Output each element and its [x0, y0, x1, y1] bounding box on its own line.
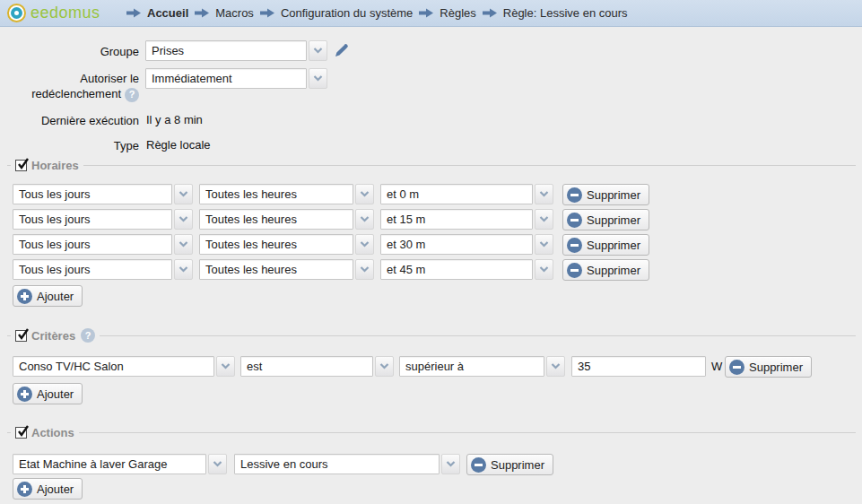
- chevron-down-icon: [441, 454, 460, 474]
- criteres-title: Critères: [31, 329, 75, 343]
- chevron-down-icon: [535, 234, 553, 255]
- criteres-legend: Critères ?: [11, 328, 100, 343]
- chevron-down-icon: [355, 234, 374, 255]
- horaires-legend: Horaires: [11, 159, 83, 172]
- horaires-hour-select[interactable]: Toutes les heures: [199, 259, 374, 280]
- horaires-minute-select[interactable]: et 15 m: [380, 209, 553, 230]
- breadcrumb-regles[interactable]: Règles: [440, 6, 475, 20]
- horaires-minute-select[interactable]: et 45 m: [380, 259, 553, 280]
- action-state-select[interactable]: Lessive en cours: [234, 454, 460, 474]
- breadcrumb-configuration[interactable]: Configuration du système: [281, 6, 413, 20]
- breadcrumb-arrow-icon: [126, 8, 141, 18]
- autoriser-select[interactable]: Immédiatement: [145, 68, 327, 89]
- groupe-label: Groupe: [0, 44, 139, 59]
- chevron-down-icon: [174, 209, 193, 230]
- criteres-fieldset: Critères ?: [7, 328, 856, 343]
- plus-icon: [17, 289, 32, 304]
- logo-text: eedomus: [30, 4, 100, 22]
- chevron-down-icon: [535, 259, 553, 280]
- criteres-checkbox[interactable]: [15, 330, 27, 342]
- minus-icon: [567, 213, 582, 228]
- horaires-fieldset: Horaires: [7, 159, 856, 172]
- horaires-day-select[interactable]: Tous les jours: [13, 234, 193, 255]
- critere-device-select[interactable]: Conso TV/HC Salon: [13, 356, 235, 377]
- chevron-down-icon: [208, 454, 227, 474]
- breadcrumb-arrow-icon: [260, 8, 274, 18]
- chevron-down-icon: [546, 356, 565, 377]
- groupe-select-value: Prises: [145, 40, 307, 61]
- eedomus-logo[interactable]: eedomus: [7, 4, 119, 22]
- header-bar: eedomus Accueil Macros Configuration du …: [0, 0, 862, 27]
- minus-icon: [567, 263, 582, 278]
- chevron-down-icon: [355, 184, 374, 204]
- supprimer-button[interactable]: Supprimer: [466, 454, 553, 475]
- horaires-day-select[interactable]: Tous les jours: [13, 259, 193, 280]
- derniere-execution-label: Dernière exécution: [0, 113, 139, 128]
- horaires-hour-select[interactable]: Toutes les heures: [199, 234, 374, 255]
- actions-fieldset: Actions: [7, 426, 856, 439]
- chevron-down-icon: [355, 209, 374, 230]
- breadcrumb-macros[interactable]: Macros: [215, 6, 254, 20]
- breadcrumb-arrow-icon: [195, 8, 209, 18]
- critere-unit-label: W: [711, 360, 722, 373]
- help-icon[interactable]: ?: [125, 88, 139, 102]
- horaires-hour-select[interactable]: Toutes les heures: [199, 209, 374, 230]
- chevron-down-icon: [375, 356, 394, 377]
- groupe-select[interactable]: Prises: [145, 40, 327, 61]
- minus-icon: [567, 238, 582, 253]
- chevron-down-icon: [309, 68, 327, 89]
- horaires-hour-select[interactable]: Toutes les heures: [199, 184, 374, 204]
- horaires-minute-select[interactable]: et 30 m: [380, 234, 553, 255]
- derniere-execution-value: Il y a 8 min: [146, 113, 203, 126]
- actions-legend: Actions: [11, 426, 79, 439]
- type-value: Règle locale: [146, 138, 211, 152]
- breadcrumb-accueil[interactable]: Accueil: [147, 6, 188, 20]
- horaires-day-select[interactable]: Tous les jours: [13, 209, 193, 230]
- type-label: Type: [0, 138, 139, 153]
- chevron-down-icon: [174, 234, 193, 255]
- minus-icon: [567, 187, 582, 203]
- horaires-title: Horaires: [31, 159, 79, 172]
- actions-checkbox[interactable]: [15, 427, 27, 439]
- edit-group-pencil-icon[interactable]: [333, 40, 350, 62]
- rule-config-page: eedomus Accueil Macros Configuration du …: [0, 0, 862, 504]
- supprimer-button[interactable]: Supprimer: [562, 234, 649, 256]
- autoriser-label: Autoriser le redéclenchement?: [0, 71, 139, 102]
- horaires-minute-select[interactable]: et 0 m: [380, 184, 553, 204]
- supprimer-button[interactable]: Supprimer: [562, 184, 649, 205]
- actions-title: Actions: [31, 426, 74, 439]
- critere-comparator-select[interactable]: supérieur à: [399, 356, 565, 377]
- supprimer-button[interactable]: Supprimer: [562, 259, 649, 281]
- chevron-down-icon: [216, 356, 235, 377]
- minus-icon: [471, 457, 486, 473]
- autoriser-select-value: Immédiatement: [145, 68, 307, 89]
- breadcrumb: Accueil Macros Configuration du système …: [126, 6, 628, 20]
- critere-value-input[interactable]: [571, 356, 706, 377]
- ajouter-button[interactable]: Ajouter: [13, 285, 83, 307]
- chevron-down-icon: [355, 259, 374, 280]
- breadcrumb-regle-lessive[interactable]: Règle: Lessive en cours: [503, 6, 628, 20]
- supprimer-button[interactable]: Supprimer: [562, 209, 649, 230]
- chevron-down-icon: [535, 184, 553, 204]
- chevron-down-icon: [309, 40, 327, 61]
- help-icon[interactable]: ?: [81, 328, 95, 343]
- plus-icon: [17, 482, 32, 497]
- chevron-down-icon: [174, 184, 193, 204]
- eedomus-logo-icon: [7, 4, 26, 22]
- horaires-day-select[interactable]: Tous les jours: [13, 184, 193, 204]
- breadcrumb-arrow-icon: [483, 8, 497, 18]
- chevron-down-icon: [174, 259, 193, 280]
- breadcrumb-arrow-icon: [419, 8, 433, 18]
- supprimer-button[interactable]: Supprimer: [725, 356, 812, 378]
- ajouter-button[interactable]: Ajouter: [13, 383, 83, 404]
- action-device-select[interactable]: Etat Machine à laver Garage: [13, 454, 227, 474]
- ajouter-button[interactable]: Ajouter: [13, 478, 83, 500]
- chevron-down-icon: [535, 209, 553, 230]
- minus-icon: [729, 360, 744, 375]
- horaires-checkbox[interactable]: [15, 160, 27, 171]
- plus-icon: [17, 387, 32, 402]
- critere-operator-select[interactable]: est: [240, 356, 394, 377]
